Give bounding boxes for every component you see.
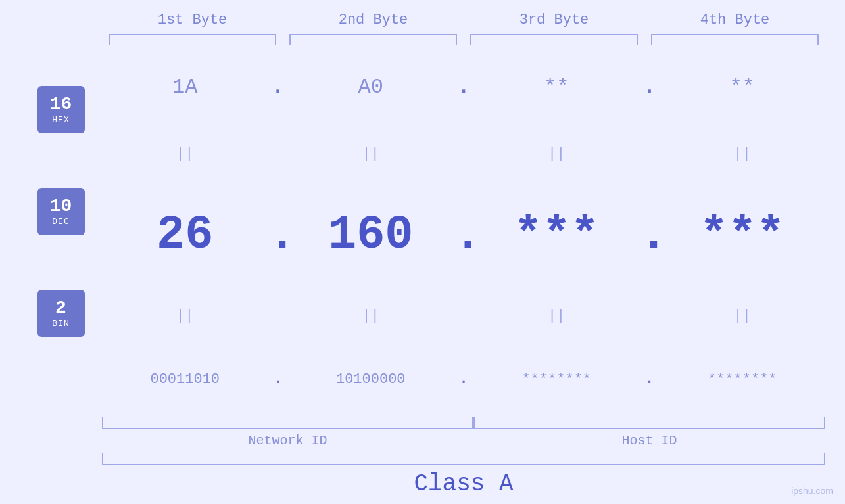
bin-byte4-cell: ******** — [660, 371, 826, 388]
hex-byte2-value: A0 — [358, 75, 383, 99]
eq1-cell1: || — [102, 146, 268, 162]
hex-dot2: . — [454, 75, 473, 99]
dec-badge: 10 DEC — [37, 188, 85, 235]
eq1-sym3: || — [548, 146, 565, 162]
bottom-section: Network ID Host ID Class A — [102, 417, 825, 504]
bottom-brackets — [102, 417, 825, 429]
byte2-header: 2nd Byte — [283, 12, 464, 28]
dec-byte3-value: *** — [514, 208, 599, 262]
bin-byte1-value: 00011010 — [150, 371, 220, 388]
hex-badge: 16 HEX — [37, 86, 85, 133]
class-label: Class A — [102, 470, 825, 504]
dec-dot1: . — [268, 208, 288, 262]
hex-dot1: . — [268, 75, 288, 99]
bin-badge-number: 2 — [55, 298, 66, 319]
id-labels: Network ID Host ID — [102, 433, 825, 448]
eq2-sym1: || — [176, 308, 193, 325]
eq1-sym1: || — [176, 146, 193, 162]
eq2-sym2: || — [362, 308, 379, 325]
eq1-cell2: || — [288, 146, 454, 162]
dec-byte4-value: *** — [700, 208, 785, 262]
top-bracket-row — [102, 34, 825, 45]
byte4-header: 4th Byte — [644, 12, 825, 28]
host-id-label: Host ID — [473, 433, 825, 448]
bracket-byte3 — [470, 34, 638, 45]
dec-row: 26 . 160 . *** . *** — [102, 208, 825, 262]
bin-row: 00011010 . 10100000 . ******** . *******… — [102, 371, 825, 388]
bin-byte2-value: 10100000 — [336, 371, 406, 388]
dec-badge-label: DEC — [52, 217, 69, 227]
dec-byte2-value: 160 — [328, 208, 414, 262]
hex-row: 1A . A0 . ** . ** — [102, 75, 825, 99]
dec-byte3-cell: *** — [473, 208, 640, 262]
eq2-cell2: || — [288, 308, 454, 325]
hex-byte2-cell: A0 — [288, 75, 454, 99]
hex-byte1-cell: 1A — [102, 75, 268, 99]
bin-badge: 2 BIN — [37, 290, 85, 337]
bin-byte2-cell: 10100000 — [288, 371, 454, 388]
eq2-cell1: || — [102, 308, 268, 325]
dec-byte1-cell: 26 — [102, 208, 268, 262]
bin-badge-label: BIN — [52, 319, 69, 329]
bin-byte4-value: ******** — [708, 371, 777, 388]
eq1-cell4: || — [660, 146, 826, 162]
eq2-sym4: || — [734, 308, 751, 325]
eq2-cell4: || — [660, 308, 826, 325]
dec-byte1-value: 26 — [157, 208, 213, 262]
dec-byte2-cell: 160 — [288, 208, 454, 262]
hex-badge-number: 16 — [50, 95, 72, 115]
eq1-sym2: || — [362, 146, 379, 162]
hex-byte3-cell: ** — [473, 75, 640, 99]
bin-byte1-cell: 00011010 — [102, 371, 268, 388]
bin-byte3-cell: ******** — [473, 371, 640, 388]
eq2-sym3: || — [548, 308, 565, 325]
network-id-label: Network ID — [102, 433, 473, 448]
bin-byte3-value: ******** — [521, 371, 591, 388]
bracket-byte2 — [289, 34, 457, 45]
dec-badge-number: 10 — [50, 196, 72, 217]
eq1-cell3: || — [473, 146, 640, 162]
eq2-cell3: || — [473, 308, 640, 325]
hex-byte3-value: ** — [544, 75, 569, 99]
hex-byte4-value: ** — [730, 75, 755, 99]
content-area: 16 HEX 10 DEC 2 BIN 1A . A0 — [0, 52, 845, 417]
main-container: 1st Byte 2nd Byte 3rd Byte 4th Byte 16 H… — [0, 0, 845, 504]
bin-dot3: . — [640, 371, 660, 388]
dec-dot2: . — [454, 208, 473, 262]
hex-dot3: . — [640, 75, 660, 99]
eq1-sym4: || — [734, 146, 751, 162]
hex-byte1-value: 1A — [172, 75, 197, 99]
bracket-byte1 — [109, 34, 276, 45]
byte3-header: 3rd Byte — [464, 12, 644, 28]
dec-dot3: . — [640, 208, 660, 262]
main-bracket — [102, 453, 825, 465]
dec-byte4-cell: *** — [660, 208, 826, 262]
network-bracket — [102, 417, 473, 429]
badges-column: 16 HEX 10 DEC 2 BIN — [0, 52, 102, 417]
byte1-header: 1st Byte — [102, 12, 283, 28]
rows-container: 1A . A0 . ** . ** || — [102, 52, 825, 417]
equals-row-2: || || || || — [102, 308, 825, 325]
hex-byte4-cell: ** — [660, 75, 826, 99]
equals-row-1: || || || || — [102, 146, 825, 162]
hex-badge-label: HEX — [52, 115, 69, 125]
watermark: ipshu.com — [791, 486, 833, 496]
byte-headers: 1st Byte 2nd Byte 3rd Byte 4th Byte — [102, 0, 825, 28]
host-bracket — [473, 417, 825, 429]
bracket-byte4 — [651, 34, 819, 45]
bin-dot2: . — [454, 371, 473, 388]
bin-dot1: . — [268, 371, 288, 388]
